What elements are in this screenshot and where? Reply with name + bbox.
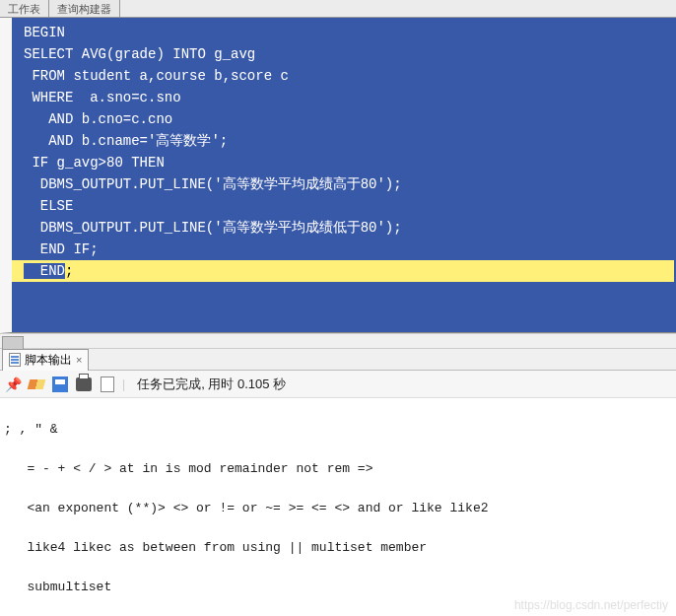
- output-tab-bar: 脚本输出 ×: [0, 349, 676, 371]
- code-line: END IF;: [12, 239, 674, 260]
- status-text: 任务已完成, 用时 0.105 秒: [137, 376, 286, 393]
- script-output-icon: [9, 353, 21, 367]
- output-line: submultiset: [0, 578, 676, 597]
- print-icon[interactable]: [75, 376, 93, 393]
- tab-script-output[interactable]: 脚本输出 ×: [2, 349, 89, 371]
- code-line: DBMS_OUTPUT.PUT_LINE('高等数学平均成绩低于80');: [12, 217, 674, 239]
- code-line: AND b.cno=c.cno: [12, 108, 674, 130]
- close-icon[interactable]: ×: [76, 354, 82, 366]
- code-line: ELSE: [12, 195, 674, 217]
- sql-editor[interactable]: BEGIN SELECT AVG(grade) INTO g_avg FROM …: [0, 18, 676, 333]
- horizontal-scrollbar[interactable]: [0, 333, 676, 349]
- editor-tabs: 工作表 查询构建器: [0, 0, 676, 18]
- output-line: like4 likec as between from using || mul…: [0, 538, 676, 558]
- tab-query-builder[interactable]: 查询构建器: [49, 0, 120, 17]
- code-line: DBMS_OUTPUT.PUT_LINE('高等数学平均成绩高于80');: [12, 173, 674, 195]
- tab-label: 脚本输出: [25, 352, 72, 369]
- script-output-body[interactable]: ; , " & = - + < / > at in is mod remaind…: [0, 398, 676, 616]
- code-line-cursor: END;: [12, 260, 674, 282]
- document-icon[interactable]: [99, 376, 116, 393]
- code-line: IF g_avg>80 THEN: [12, 152, 674, 173]
- output-toolbar: 📌 | 任务已完成, 用时 0.105 秒: [0, 371, 676, 398]
- output-line: <an exponent (**)> <> or != or ~= >= <= …: [0, 499, 676, 518]
- code-line: AND b.cname='高等数学';: [12, 130, 674, 152]
- code-line: WHERE a.sno=c.sno: [12, 87, 674, 108]
- tab-worksheet[interactable]: 工作表: [0, 0, 49, 17]
- output-line: ; , " &: [0, 420, 676, 440]
- code-line: FROM student a,course b,score c: [12, 65, 674, 87]
- watermark: https://blog.csdn.net/perfectiy: [514, 598, 668, 612]
- pin-icon[interactable]: 📌: [4, 376, 22, 393]
- output-line: = - + < / > at in is mod remainder not r…: [0, 459, 676, 479]
- code-line: SELECT AVG(grade) INTO g_avg: [12, 43, 674, 65]
- eraser-icon[interactable]: [28, 376, 45, 393]
- code-line: BEGIN: [12, 22, 674, 43]
- save-icon[interactable]: [51, 376, 69, 393]
